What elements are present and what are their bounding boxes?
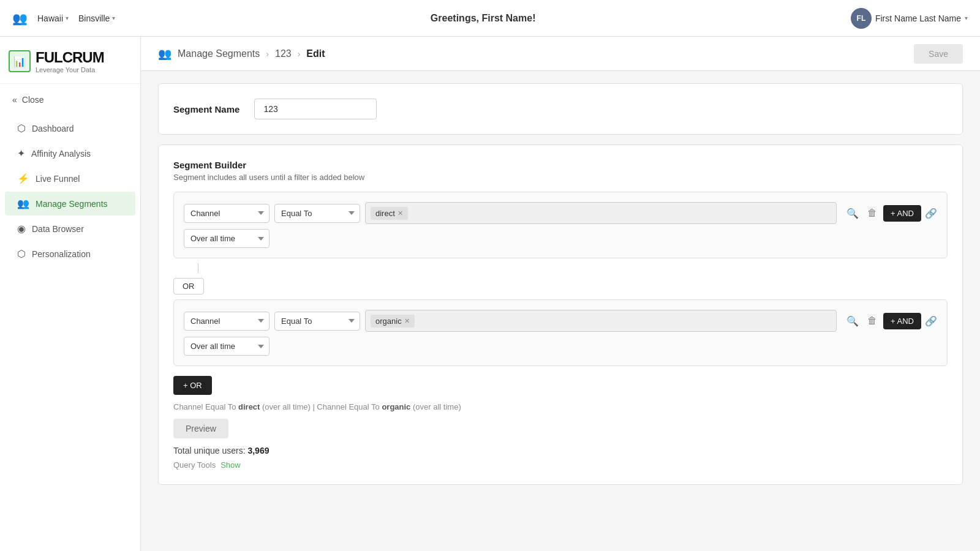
- segments-icon: 👥: [17, 198, 29, 209]
- binsville-dropdown[interactable]: Binsville ▾: [78, 13, 115, 23]
- affinity-label: Affinity Analysis: [31, 149, 91, 159]
- segment-name-card: Segment Name: [158, 83, 963, 135]
- sidebar: 📊 FULCRUM Leverage Your Data « Close ⬡ D…: [0, 37, 141, 551]
- vert-connector-1: [198, 263, 198, 273]
- query-summary: Channel Equal To direct (over all time) …: [173, 402, 948, 411]
- sidebar-item-affinity[interactable]: ✦ Affinity Analysis: [5, 141, 135, 165]
- builder-title: Segment Builder: [173, 160, 948, 170]
- user-chevron: ▾: [965, 15, 968, 21]
- user-name-label: First Name Last Name: [875, 13, 961, 23]
- chevron-left-icon: «: [12, 95, 17, 105]
- segment-builder-card: Segment Builder Segment includes all use…: [158, 144, 963, 485]
- condition-select-2[interactable]: Equal To: [274, 312, 360, 331]
- breadcrumb-123[interactable]: 123: [275, 48, 292, 59]
- breadcrumb-sep-1: ›: [266, 49, 269, 59]
- breadcrumb-sep-2: ›: [298, 49, 301, 59]
- breadcrumb-manage-segments[interactable]: Manage Segments: [178, 48, 260, 59]
- tag-direct-label: direct: [375, 209, 395, 218]
- data-browser-label: Data Browser: [32, 224, 84, 234]
- main-content: 👥 Manage Segments › 123 › Edit Save Segm…: [141, 37, 980, 551]
- content-scroll: Segment Name Segment Builder Segment inc…: [141, 71, 980, 551]
- user-avatar: FL: [851, 8, 872, 29]
- logo-icon: 📊: [9, 50, 31, 72]
- breadcrumb-icon: 👥: [158, 47, 172, 61]
- channel-select-2[interactable]: Channel: [184, 312, 270, 331]
- save-button[interactable]: Save: [914, 44, 963, 64]
- channel-select-1[interactable]: Channel: [184, 204, 270, 223]
- condition-select-1[interactable]: Equal To: [274, 204, 360, 223]
- binsville-label: Binsville: [78, 13, 110, 23]
- manage-segments-label: Manage Segments: [36, 199, 108, 209]
- hawaii-label: Hawaii: [37, 13, 63, 23]
- sidebar-item-data-browser[interactable]: ◉ Data Browser: [5, 217, 135, 241]
- builder-subtitle: Segment includes all users until a filte…: [173, 173, 948, 182]
- hawaii-chevron: ▾: [66, 15, 69, 21]
- people-icon: 👥: [12, 11, 28, 26]
- show-link[interactable]: Show: [221, 460, 241, 470]
- greeting: Greetings, First Name!: [125, 13, 841, 24]
- filter-tags-1: direct ✕: [365, 202, 837, 224]
- search-button-2[interactable]: 🔍: [844, 313, 861, 329]
- logo-main: FULCRUM: [36, 49, 104, 66]
- dashboard-label: Dashboard: [32, 124, 74, 133]
- filter-block-2: Channel Equal To organic ✕ 🔍: [173, 299, 948, 366]
- affinity-icon: ✦: [17, 148, 25, 159]
- sidebar-item-manage-segments[interactable]: 👥 Manage Segments: [5, 192, 135, 216]
- close-label: Close: [22, 95, 44, 105]
- funnel-icon: ⚡: [17, 173, 29, 184]
- add-or-button[interactable]: + OR: [173, 376, 212, 395]
- tag-organic-label: organic: [375, 317, 402, 326]
- logo-sub: Leverage Your Data: [36, 66, 104, 73]
- data-browser-icon: ◉: [17, 223, 26, 234]
- and-button-1[interactable]: + AND: [883, 205, 921, 222]
- sidebar-item-personalization[interactable]: ⬡ Personalization: [5, 242, 135, 266]
- tag-organic-remove[interactable]: ✕: [404, 317, 410, 325]
- tag-organic: organic ✕: [371, 315, 415, 328]
- and-button-2[interactable]: + AND: [883, 313, 921, 329]
- breadcrumb-bar: 👥 Manage Segments › 123 › Edit Save: [141, 37, 980, 71]
- link-icon-2[interactable]: 🔗: [925, 315, 937, 327]
- total-users: Total unique users: 3,969: [173, 446, 948, 455]
- logo: 📊 FULCRUM Leverage Your Data: [0, 44, 140, 84]
- sidebar-item-live-funnel[interactable]: ⚡ Live Funnel: [5, 167, 135, 190]
- tag-direct: direct ✕: [371, 207, 408, 220]
- preview-button[interactable]: Preview: [173, 419, 228, 438]
- live-funnel-label: Live Funnel: [36, 174, 80, 184]
- close-button[interactable]: « Close: [0, 89, 140, 111]
- query-tools-label: Query Tools: [173, 460, 216, 470]
- search-button-1[interactable]: 🔍: [844, 205, 861, 222]
- personalization-label: Personalization: [32, 249, 91, 259]
- segment-name-input[interactable]: [254, 99, 377, 119]
- total-label: Total unique users:: [173, 446, 246, 455]
- personalization-icon: ⬡: [17, 248, 26, 260]
- query-tools: Query Tools Show: [173, 460, 948, 470]
- filter-actions-2: 🔍 🗑 + AND 🔗: [844, 313, 937, 329]
- filter-block-1: Channel Equal To direct ✕ 🔍: [173, 192, 948, 258]
- link-icon-1[interactable]: 🔗: [925, 208, 937, 219]
- sidebar-item-dashboard[interactable]: ⬡ Dashboard: [5, 116, 135, 140]
- or-label-button: OR: [173, 278, 204, 294]
- binsville-chevron: ▾: [112, 15, 115, 21]
- delete-button-1[interactable]: 🗑: [865, 205, 880, 221]
- dashboard-icon: ⬡: [17, 122, 26, 134]
- total-value: 3,969: [247, 446, 269, 455]
- breadcrumb: 👥 Manage Segments › 123 › Edit: [158, 47, 325, 61]
- top-header: 👥 Hawaii ▾ Binsville ▾ Greetings, First …: [0, 0, 980, 37]
- tag-direct-remove[interactable]: ✕: [398, 209, 403, 217]
- user-menu[interactable]: FL First Name Last Name ▾: [851, 8, 968, 29]
- filter-actions-1: 🔍 🗑 + AND 🔗: [844, 205, 937, 222]
- breadcrumb-edit: Edit: [306, 48, 325, 59]
- or-connector: OR: [173, 273, 948, 299]
- hawaii-dropdown[interactable]: Hawaii ▾: [37, 13, 69, 23]
- timeframe-select-1[interactable]: Over all time: [184, 229, 270, 248]
- delete-button-2[interactable]: 🗑: [865, 313, 880, 329]
- timeframe-select-2[interactable]: Over all time: [184, 337, 270, 356]
- filter-tags-2: organic ✕: [365, 310, 837, 332]
- segment-name-label: Segment Name: [173, 104, 239, 114]
